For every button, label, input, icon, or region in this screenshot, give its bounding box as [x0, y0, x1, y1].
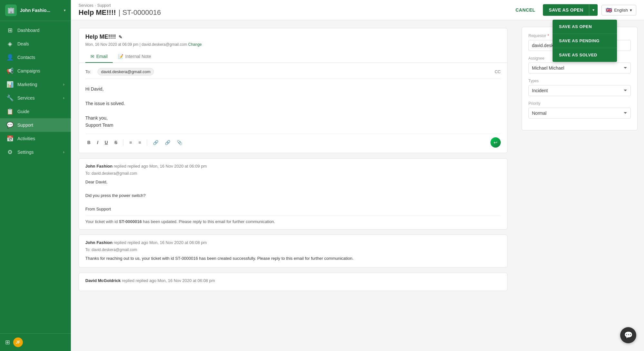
compose-toolbar: B I U S ≡ ≡ 🔗 🔗 📎 ↩	[85, 134, 501, 148]
page-title: Help ME!!!! | ST-0000016	[79, 8, 161, 17]
sidebar-item-label-campaigns: Campaigns	[17, 68, 40, 73]
assignee-select[interactable]: Michael Michael	[528, 63, 631, 73]
tab-internal-note[interactable]: 📝 Internal Note	[113, 51, 156, 63]
ticket-main: Help ME!!!! ✎ Mon, 16 Nov 2020 at 06:09 …	[71, 20, 515, 351]
history-action-1: replied replied ago Mon, 16 Nov 2020 at …	[114, 164, 207, 169]
to-email-chip[interactable]: david.deskera@gmail.com	[98, 68, 154, 75]
sidebar: 🏢 John Fashio... ▾ ⊞ Dashboard ◈ Deals 👤…	[0, 0, 71, 351]
save-as-open-button[interactable]: SAVE AS OPEN	[543, 4, 589, 16]
save-as-pending-button[interactable]: SAVE AS PENDING	[553, 34, 617, 48]
sidebar-item-activities[interactable]: 📅 Activities	[0, 132, 71, 145]
sidebar-item-label-services: Services	[17, 95, 35, 101]
sidebar-item-contacts[interactable]: 👤 Contacts	[0, 51, 71, 64]
ai-button[interactable]: ↩	[490, 137, 501, 148]
main-area: Services › Support Help ME!!!! | ST-0000…	[71, 0, 644, 351]
ticket-subject: Help ME!!!!	[79, 8, 116, 17]
underline-button[interactable]: U	[103, 139, 110, 146]
save-as-open-button[interactable]: SAVE AS OPEN	[553, 20, 617, 34]
settings-arrow-icon: ›	[63, 150, 64, 154]
history-header-2: John Fashion replied replied ago Mon, 16…	[85, 240, 501, 245]
tab-email[interactable]: ✉ Email	[85, 51, 113, 63]
campaigns-icon: 📢	[6, 67, 14, 74]
ticket-update-note-1: Your ticket with id ST-0000016 has been …	[85, 216, 501, 224]
support-icon: 💬	[6, 122, 14, 129]
cancel-button[interactable]: CANCEL	[512, 5, 539, 15]
required-indicator: *	[547, 34, 549, 38]
compose-body[interactable]: Hi David, The issue is solved. Thank you…	[85, 83, 501, 131]
italic-button[interactable]: I	[95, 139, 100, 146]
chat-fab[interactable]: 💬	[620, 327, 636, 343]
sidebar-item-deals[interactable]: ◈ Deals	[0, 37, 71, 51]
cc-label[interactable]: CC	[495, 69, 501, 74]
sidebar-item-marketing[interactable]: 📊 Marketing ›	[0, 78, 71, 91]
company-logo: 🏢	[5, 5, 17, 16]
marketing-icon: 📊	[6, 81, 14, 88]
priority-field: Priority Low Normal High Urgent	[528, 101, 631, 119]
language-label: English	[614, 8, 628, 13]
topbar-left: Services › Support Help ME!!!! | ST-0000…	[79, 3, 161, 17]
sidebar-item-settings[interactable]: ⚙ Settings ›	[0, 145, 71, 159]
breadcrumb-support[interactable]: Support	[97, 3, 111, 8]
services-icon: 🔧	[6, 94, 14, 102]
bold-button[interactable]: B	[85, 139, 92, 146]
history-body-2: Thanks for reaching out to us, your tick…	[85, 255, 501, 262]
history-body-1: Dear David, Did you press the power swit…	[85, 179, 501, 212]
sidebar-item-services[interactable]: 🔧 Services ›	[0, 91, 71, 105]
sidebar-item-campaigns[interactable]: 📢 Campaigns	[0, 64, 71, 78]
breadcrumb-services[interactable]: Services	[79, 3, 93, 8]
sidebar-item-label-settings: Settings	[17, 150, 34, 155]
sidebar-item-label-marketing: Marketing	[17, 82, 37, 87]
guide-icon: 📋	[6, 108, 14, 115]
save-dropdown-toggle[interactable]: ▾	[589, 4, 598, 16]
history-sender-1: John Fashion	[85, 164, 113, 169]
sidebar-header[interactable]: 🏢 John Fashio... ▾	[0, 0, 71, 21]
topbar-right: CANCEL SAVE AS OPEN ▾ 🇬🇧 English ▾ SAVE …	[512, 4, 636, 16]
grid-icon[interactable]: ⊞	[5, 339, 10, 346]
sidebar-item-label-guide: Guide	[17, 109, 29, 114]
priority-label: Priority	[528, 101, 631, 106]
email-tab-icon: ✉	[90, 54, 94, 59]
compose-card: Help ME!!!! ✎ Mon, 16 Nov 2020 at 06:09 …	[79, 28, 507, 153]
edit-icon[interactable]: ✎	[118, 34, 122, 40]
priority-select[interactable]: Low Normal High Urgent	[528, 108, 631, 119]
types-label: Types	[528, 79, 631, 83]
breadcrumb: Services › Support	[79, 3, 161, 8]
strikethrough-button[interactable]: S	[112, 139, 119, 146]
sidebar-item-label-support: Support	[17, 122, 33, 128]
sidebar-item-support[interactable]: 💬 Support	[0, 118, 71, 132]
services-arrow-icon: ›	[63, 96, 64, 100]
right-panel: Requestor * david.deskera@gmail.com Assi…	[515, 20, 644, 351]
settings-icon: ⚙	[6, 149, 14, 156]
change-email-link[interactable]: Change	[188, 42, 202, 47]
history-sender-2: John Fashion	[85, 240, 113, 245]
content-area: Help ME!!!! ✎ Mon, 16 Nov 2020 at 06:09 …	[71, 20, 644, 351]
history-header-1: John Fashion replied replied ago Mon, 16…	[85, 164, 501, 169]
ordered-list-button[interactable]: ≡	[137, 139, 143, 146]
email-compose: To: david.deskera@gmail.com CC Hi David,…	[79, 63, 507, 153]
sidebar-item-label-dashboard: Dashboard	[17, 28, 40, 33]
history-entry-2: John Fashion replied replied ago Mon, 16…	[79, 235, 507, 268]
unordered-list-button[interactable]: ≡	[127, 139, 134, 146]
save-dropdown-menu: SAVE AS OPENSAVE AS PENDINGSAVE AS SOLVE…	[553, 20, 617, 62]
save-as-solved-button[interactable]: SAVE AS SOLVED	[553, 48, 617, 62]
ticket-meta: Mon, 16 Nov 2020 at 06:09 pm | david.des…	[85, 42, 501, 47]
user-avatar[interactable]: JF	[13, 337, 23, 347]
topbar: Services › Support Help ME!!!! | ST-0000…	[71, 0, 644, 20]
link-button[interactable]: 🔗	[151, 139, 160, 146]
attach-button[interactable]: 📎	[175, 139, 184, 146]
sidebar-item-label-deals: Deals	[17, 41, 29, 46]
contacts-icon: 👤	[6, 54, 14, 61]
unlink-button[interactable]: 🔗	[163, 139, 172, 146]
history-action-2: replied replied ago Mon, 16 Nov 2020 at …	[114, 240, 207, 245]
types-select[interactable]: Incident Problem Question Task	[528, 85, 631, 96]
lang-chevron-icon: ▾	[630, 8, 632, 13]
language-selector[interactable]: 🇬🇧 English ▾	[601, 5, 636, 15]
sidebar-item-guide[interactable]: 📋 Guide	[0, 105, 71, 118]
sidebar-item-label-contacts: Contacts	[17, 55, 35, 60]
history-entry-1: John Fashion replied replied ago Mon, 16…	[79, 158, 507, 229]
flag-icon: 🇬🇧	[606, 7, 612, 13]
marketing-arrow-icon: ›	[63, 82, 64, 87]
ticket-subject-header: Help ME!!!! ✎	[85, 34, 501, 40]
sidebar-item-dashboard[interactable]: ⊞ Dashboard	[0, 24, 71, 37]
company-name: John Fashio...	[20, 8, 61, 13]
